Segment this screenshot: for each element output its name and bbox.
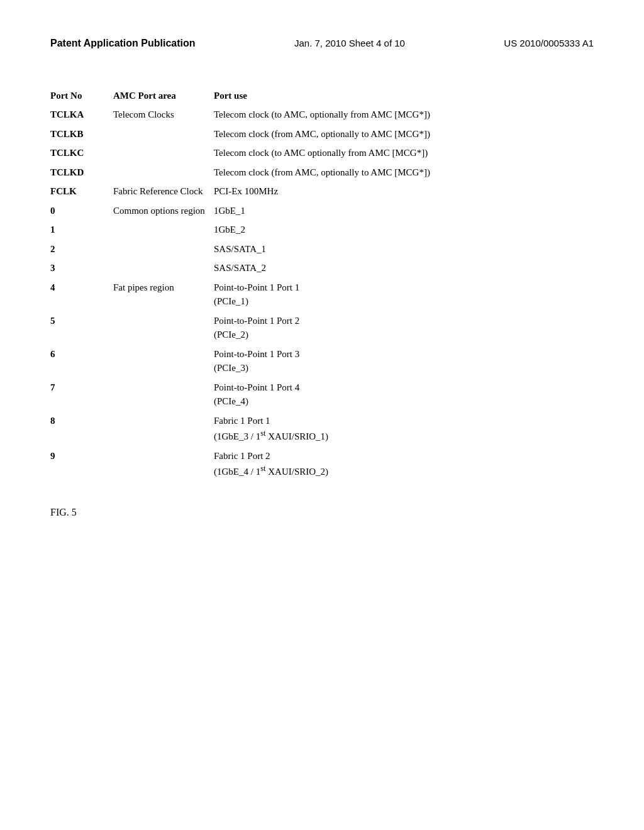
port-no-cell: 8: [50, 411, 113, 446]
col-header-port-no: Port No: [50, 87, 113, 105]
table-row: TCLKDTelecom clock (from AMC, optionally…: [50, 163, 594, 182]
port-use-cell: Telecom clock (to AMC, optionally from A…: [214, 105, 594, 124]
port-use-cell: SAS/SATA_1: [214, 240, 594, 259]
superscript: st: [260, 429, 265, 438]
amc-area-cell: [113, 446, 214, 482]
main-content: Port No AMC Port area Port use TCLKATele…: [50, 87, 594, 518]
table-header: Port No AMC Port area Port use: [50, 87, 594, 105]
col-header-amc-area: AMC Port area: [113, 87, 214, 105]
table-row: FCLKFabric Reference ClockPCI-Ex 100MHz: [50, 182, 594, 201]
table-row: 6Point-to-Point 1 Port 3(PCIe_3): [50, 345, 594, 378]
superscript: st: [260, 464, 265, 473]
port-no-cell: 9: [50, 446, 113, 482]
amc-area-cell: [113, 311, 214, 345]
port-use-cell: Point-to-Point 1 Port 1(PCIe_1): [214, 278, 594, 311]
port-no-cell: 4: [50, 278, 113, 311]
table-body: TCLKATelecom ClocksTelecom clock (to AMC…: [50, 105, 594, 482]
amc-area-cell: [113, 124, 214, 144]
table-row: 0Common options region1GbE_1: [50, 201, 594, 221]
amc-area-cell: [113, 411, 214, 446]
amc-area-cell: Fat pipes region: [113, 278, 214, 311]
port-use-cell: Point-to-Point 1 Port 3(PCIe_3): [214, 345, 594, 378]
col-header-port-use: Port use: [214, 87, 594, 105]
table-row: 2SAS/SATA_1: [50, 240, 594, 259]
table-row: 4Fat pipes regionPoint-to-Point 1 Port 1…: [50, 278, 594, 311]
port-use-cell: SAS/SATA_2: [214, 258, 594, 278]
port-no-cell: TCLKA: [50, 105, 113, 124]
port-use-cell: Fabric 1 Port 1(1GbE_3 / 1st XAUI/SRIO_1…: [214, 411, 594, 446]
port-no-cell: 2: [50, 240, 113, 259]
port-use-cell: Telecom clock (from AMC, optionally to A…: [214, 124, 594, 144]
port-use-cell: PCI-Ex 100MHz: [214, 182, 594, 201]
port-use-cell: Fabric 1 Port 2(1GbE_4 / 1st XAUI/SRIO_2…: [214, 446, 594, 482]
port-use-cell: Point-to-Point 1 Port 4(PCIe_4): [214, 378, 594, 411]
publication-date-sheet: Jan. 7, 2010 Sheet 4 of 10: [294, 38, 405, 48]
port-use-cell: 1GbE_1: [214, 201, 594, 221]
port-use-cell: Point-to-Point 1 Port 2(PCIe_2): [214, 311, 594, 345]
amc-area-cell: [113, 163, 214, 182]
table-row: TCLKBTelecom clock (from AMC, optionally…: [50, 124, 594, 144]
port-no-cell: 7: [50, 378, 113, 411]
page-header: Patent Application Publication Jan. 7, 2…: [50, 38, 594, 49]
port-no-cell: TCLKD: [50, 163, 113, 182]
amc-area-cell: Common options region: [113, 201, 214, 221]
port-no-cell: 6: [50, 345, 113, 378]
publication-title: Patent Application Publication: [50, 38, 196, 49]
port-use-cell: Telecom clock (to AMC optionally from AM…: [214, 143, 594, 163]
port-no-cell: 1: [50, 220, 113, 240]
amc-area-cell: [113, 220, 214, 240]
amc-area-cell: [113, 378, 214, 411]
port-no-cell: TCLKC: [50, 143, 113, 163]
port-table: Port No AMC Port area Port use TCLKATele…: [50, 87, 594, 482]
amc-area-cell: [113, 240, 214, 259]
table-header-row: Port No AMC Port area Port use: [50, 87, 594, 105]
port-no-cell: TCLKB: [50, 124, 113, 144]
amc-area-cell: Telecom Clocks: [113, 105, 214, 124]
table-row: 7Point-to-Point 1 Port 4(PCIe_4): [50, 378, 594, 411]
table-row: TCLKATelecom ClocksTelecom clock (to AMC…: [50, 105, 594, 124]
publication-number: US 2010/0005333 A1: [504, 38, 594, 48]
port-use-cell: Telecom clock (from AMC, optionally to A…: [214, 163, 594, 182]
port-no-cell: 3: [50, 258, 113, 278]
port-use-cell: 1GbE_2: [214, 220, 594, 240]
port-no-cell: 0: [50, 201, 113, 221]
table-row: 5Point-to-Point 1 Port 2(PCIe_2): [50, 311, 594, 345]
amc-area-cell: [113, 258, 214, 278]
figure-label: FIG. 5: [50, 507, 594, 518]
amc-area-cell: [113, 345, 214, 378]
page: Patent Application Publication Jan. 7, 2…: [0, 0, 644, 830]
port-no-cell: FCLK: [50, 182, 113, 201]
table-row: 8Fabric 1 Port 1(1GbE_3 / 1st XAUI/SRIO_…: [50, 411, 594, 446]
table-row: 11GbE_2: [50, 220, 594, 240]
amc-area-cell: Fabric Reference Clock: [113, 182, 214, 201]
table-row: 9Fabric 1 Port 2(1GbE_4 / 1st XAUI/SRIO_…: [50, 446, 594, 482]
table-row: TCLKCTelecom clock (to AMC optionally fr…: [50, 143, 594, 163]
amc-area-cell: [113, 143, 214, 163]
table-row: 3SAS/SATA_2: [50, 258, 594, 278]
port-no-cell: 5: [50, 311, 113, 345]
